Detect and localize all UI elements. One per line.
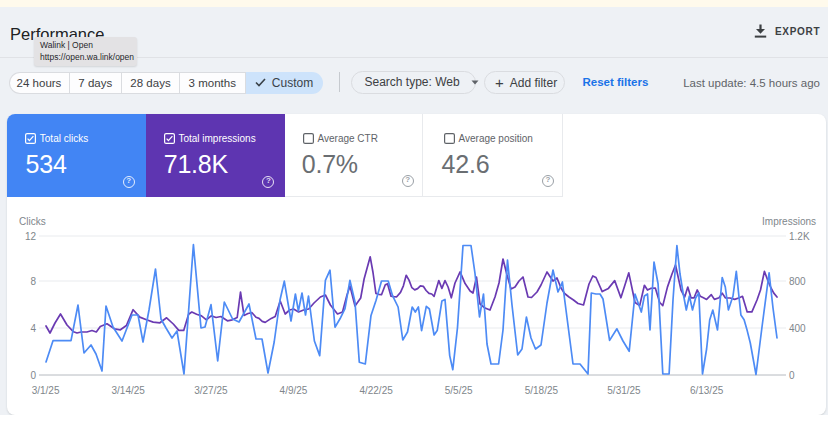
svg-text:4/22/25: 4/22/25 xyxy=(359,385,393,396)
svg-text:12: 12 xyxy=(25,231,37,242)
svg-text:3/1/25: 3/1/25 xyxy=(32,385,60,396)
svg-text:6/13/25: 6/13/25 xyxy=(690,385,724,396)
svg-text:4/9/25: 4/9/25 xyxy=(280,385,308,396)
svg-text:8: 8 xyxy=(30,276,36,287)
svg-text:0: 0 xyxy=(30,370,36,381)
svg-text:5/18/25: 5/18/25 xyxy=(525,385,559,396)
svg-text:5/5/25: 5/5/25 xyxy=(445,385,473,396)
svg-text:Impressions: Impressions xyxy=(762,216,816,227)
svg-text:3/27/25: 3/27/25 xyxy=(194,385,228,396)
svg-text:3/14/25: 3/14/25 xyxy=(112,385,146,396)
svg-text:1.2K: 1.2K xyxy=(789,231,810,242)
svg-text:5/31/25: 5/31/25 xyxy=(607,385,641,396)
svg-text:Clicks: Clicks xyxy=(19,216,46,227)
svg-text:400: 400 xyxy=(789,323,806,334)
svg-text:800: 800 xyxy=(789,276,806,287)
svg-text:4: 4 xyxy=(30,323,36,334)
svg-text:0: 0 xyxy=(789,370,795,381)
